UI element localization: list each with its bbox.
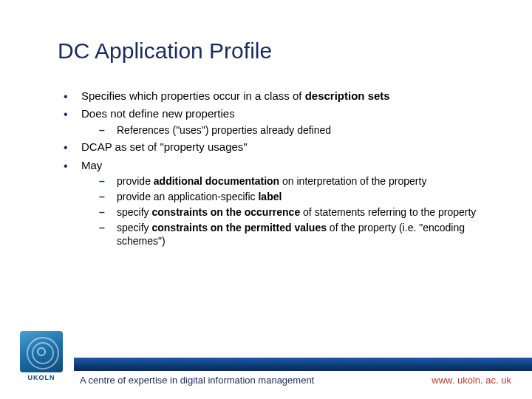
sub-bullet-text: provide an application-specific — [117, 191, 258, 202]
bullet-item: Does not define new properties Reference… — [58, 106, 488, 137]
bullet-text: DCAP as set of "property usages" — [81, 140, 248, 153]
bullet-item: May provide additional documentation on … — [58, 158, 488, 249]
logo-icon — [20, 331, 63, 372]
slide: DC Application Profile Specifies which p… — [0, 0, 532, 399]
sub-bullet-text: specify — [117, 222, 151, 233]
sub-bullet-text: on interpretation of the property — [279, 175, 426, 187]
sub-bullet-text: of statements referring to the property — [300, 206, 476, 218]
sub-bullet-text: provide — [117, 175, 154, 187]
bullet-text: May — [81, 159, 102, 171]
sub-bullet-bold: additional documentation — [154, 175, 279, 187]
sub-bullet-text: References ("uses") properties already d… — [117, 124, 331, 136]
bullet-text: Specifies which properties occur in a cl… — [81, 89, 305, 102]
bullet-item: DCAP as set of "property usages" — [58, 140, 488, 154]
footer-url: www. ukoln. ac. uk — [432, 375, 511, 386]
sub-bullet-item: provide an application-specific label — [81, 190, 488, 204]
sub-bullet-item: specify constraints on the permitted val… — [81, 221, 488, 249]
sub-bullet-bold: label — [258, 191, 282, 202]
footer-bar — [74, 358, 532, 371]
logo-text: UKOLN — [28, 374, 55, 381]
ukoln-logo: UKOLN — [18, 331, 65, 384]
slide-content: Specifies which properties occur in a cl… — [58, 89, 488, 251]
sub-bullet-item: References ("uses") properties already d… — [81, 123, 488, 137]
bullet-bold: description sets — [305, 89, 390, 102]
slide-title: DC Application Profile — [58, 38, 272, 64]
sub-bullet-text: specify — [117, 206, 151, 218]
sub-bullet-item: provide additional documentation on inte… — [81, 174, 488, 188]
bullet-text: Does not define new properties — [81, 107, 235, 120]
sub-bullet-item: specify constraints on the occurrence of… — [81, 205, 488, 219]
footer-tagline: A centre of expertise in digital informa… — [80, 375, 314, 386]
sub-bullet-bold: constraints on the occurrence — [151, 206, 300, 218]
sub-bullet-bold: constraints on the permitted values — [151, 222, 327, 233]
bullet-item: Specifies which properties occur in a cl… — [58, 89, 488, 103]
